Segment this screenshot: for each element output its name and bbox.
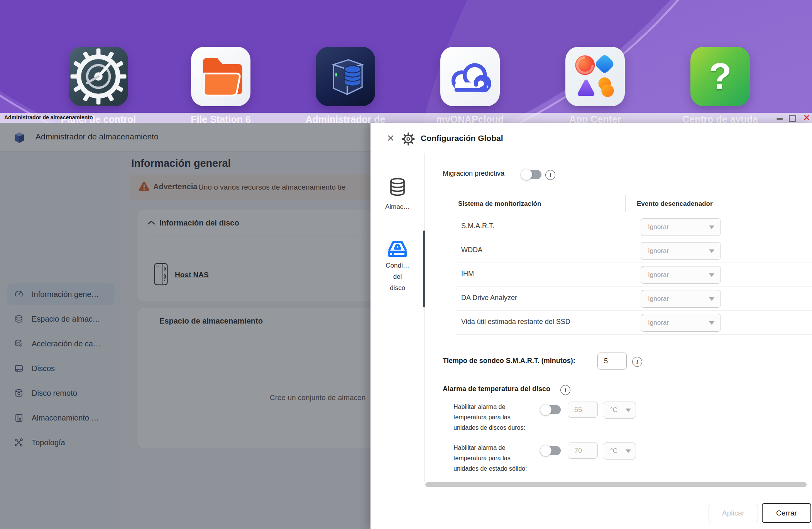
close-button[interactable]: Cerrar (762, 503, 811, 523)
storage-pool-icon (387, 177, 408, 197)
event-dropdown-da-analyzer[interactable]: Ignorar (641, 290, 721, 308)
monitor-row-label: IHM (461, 270, 474, 278)
nav-label-line: del (370, 273, 425, 281)
horizontal-scrollbar[interactable] (425, 482, 807, 487)
window-titlebar: Administrador de almacenamiento ✕ (0, 113, 812, 123)
info-icon[interactable]: i (560, 385, 570, 395)
smart-polling-input[interactable] (597, 353, 627, 370)
titlebar-title: Administrador de almacenamiento (4, 114, 93, 120)
column-divider (625, 195, 626, 212)
event-dropdown-smart[interactable]: Ignorar (641, 218, 721, 236)
row-divider (455, 239, 812, 239)
column-header-evento: Evento desencadenador (637, 200, 713, 208)
centro-de-ayuda-app[interactable]: ? (690, 47, 750, 106)
chevron-down-icon (709, 249, 714, 253)
event-dropdown-ssd-life[interactable]: Ignorar (641, 314, 721, 332)
dialog-nav-condicion-del-disco[interactable]: Condi… del disco (370, 235, 425, 297)
chevron-down-icon (709, 297, 714, 301)
row-divider (455, 215, 812, 215)
row-divider (455, 334, 812, 335)
smart-polling-label: Tiempo de sondeo S.M.A.R.T. (minutos): (443, 357, 575, 365)
chevron-down-icon (709, 226, 714, 229)
dialog-title: Configuración Global (421, 134, 503, 143)
row-divider (455, 263, 812, 263)
monitor-row-label: WDDA (461, 246, 482, 254)
predictive-migration-toggle[interactable] (521, 169, 542, 180)
ssd-alarm-toggle[interactable] (540, 445, 562, 456)
hdd-unit-dropdown[interactable]: °C (603, 402, 636, 419)
temperature-alarm-heading: Alarma de temperatura del disco (443, 385, 550, 393)
minimize-icon[interactable] (776, 118, 783, 120)
nav-label-line: Condi… (370, 262, 425, 270)
event-dropdown-wdda[interactable]: Ignorar (641, 242, 721, 260)
footer-divider (370, 499, 812, 499)
monitor-row-label: S.M.A.R.T. (461, 222, 494, 230)
monitor-row-label: DA Drive Analyzer (461, 294, 517, 302)
panel-de-control-app[interactable] (69, 47, 128, 106)
monitor-row-label: Vida útil estimada restante del SSD (461, 318, 570, 326)
settings-gear-icon (401, 132, 415, 146)
configuracion-global-dialog: × Configuración Global Almac… (370, 123, 812, 529)
ssd-unit-dropdown[interactable]: °C (603, 443, 636, 459)
question-icon: ? (690, 47, 750, 106)
chevron-down-icon (709, 273, 714, 277)
disk-health-icon (385, 238, 410, 259)
apply-button[interactable]: Aplicar (709, 504, 758, 522)
app-center-app[interactable] (565, 47, 625, 106)
file-station-app[interactable] (191, 47, 250, 106)
maximize-icon[interactable] (789, 115, 796, 122)
dialog-close-icon[interactable]: × (384, 132, 397, 144)
dialog-nav-almacenamiento[interactable]: Almac… (370, 175, 425, 217)
hdd-alarm-toggle[interactable] (540, 404, 562, 415)
close-icon[interactable]: ✕ (802, 113, 811, 123)
myqnapcloud-app[interactable] (440, 47, 500, 106)
nav-label: Almac… (370, 203, 425, 211)
hdd-temp-input[interactable] (568, 402, 598, 418)
administrador-almacenamiento-app[interactable] (316, 47, 375, 106)
info-icon[interactable]: i (632, 357, 642, 367)
rail-divider (425, 153, 425, 482)
row-divider (455, 310, 812, 311)
chevron-down-icon (626, 449, 631, 453)
predictive-migration-label: Migración predictiva (443, 170, 504, 178)
event-dropdown-ihm[interactable]: Ignorar (641, 266, 721, 284)
ssd-alarm-label: Habilitar alarma de temperatura para las… (453, 443, 527, 474)
chevron-down-icon (626, 409, 631, 412)
info-icon[interactable]: i (545, 170, 555, 180)
chevron-down-icon (709, 321, 714, 325)
hdd-alarm-label: Habilitar alarma de temperatura para las… (453, 402, 525, 433)
dialog-header-divider (370, 153, 812, 153)
desktop: Panel de control File Station 6 Administ… (0, 0, 812, 529)
nav-label-line: disco (370, 284, 425, 292)
column-header-sistema: Sistema de monitorización (458, 200, 541, 208)
ssd-temp-input[interactable] (568, 443, 598, 459)
row-divider (455, 287, 812, 287)
modal-overlay (0, 123, 370, 529)
